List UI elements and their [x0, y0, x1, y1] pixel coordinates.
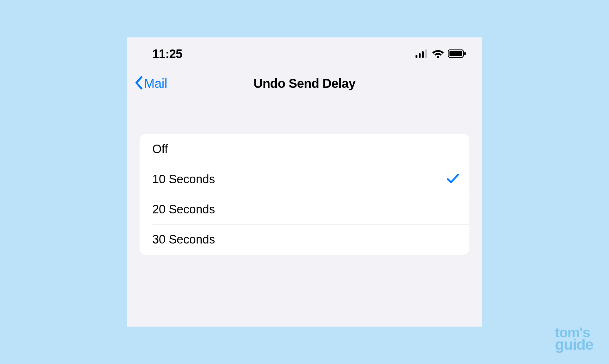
svg-rect-0 [416, 55, 417, 58]
page-title: Undo Send Delay [253, 76, 355, 91]
cellular-icon [416, 49, 428, 59]
watermark-line2: guide [555, 338, 593, 351]
svg-rect-7 [464, 52, 466, 55]
svg-rect-3 [425, 49, 427, 58]
status-time: 11:25 [152, 47, 182, 61]
phone-screen: 11:25 [127, 37, 482, 327]
option-30-seconds[interactable]: 30 Seconds [140, 224, 469, 255]
back-chevron-icon [134, 76, 143, 91]
option-off[interactable]: Off [140, 134, 469, 164]
settings-group: Off 10 Seconds 20 Seconds 30 Seconds [140, 134, 469, 255]
watermark-logo: tom's guide [555, 327, 593, 351]
option-label: Off [152, 142, 168, 156]
status-bar: 11:25 [127, 37, 482, 68]
option-label: 20 Seconds [152, 203, 215, 216]
nav-bar: Mail Undo Send Delay [127, 68, 482, 106]
back-button[interactable]: Mail [134, 76, 167, 91]
option-10-seconds[interactable]: 10 Seconds [140, 164, 469, 194]
svg-rect-2 [422, 51, 424, 58]
option-20-seconds[interactable]: 20 Seconds [140, 194, 469, 224]
wifi-icon [432, 49, 444, 59]
battery-icon [448, 49, 466, 59]
svg-rect-6 [449, 51, 462, 56]
option-label: 10 Seconds [152, 172, 215, 186]
status-icons [416, 49, 466, 59]
checkmark-icon [447, 173, 459, 186]
option-label: 30 Seconds [152, 233, 215, 246]
svg-rect-1 [419, 53, 421, 58]
back-label: Mail [144, 76, 167, 91]
svg-point-4 [437, 56, 439, 58]
